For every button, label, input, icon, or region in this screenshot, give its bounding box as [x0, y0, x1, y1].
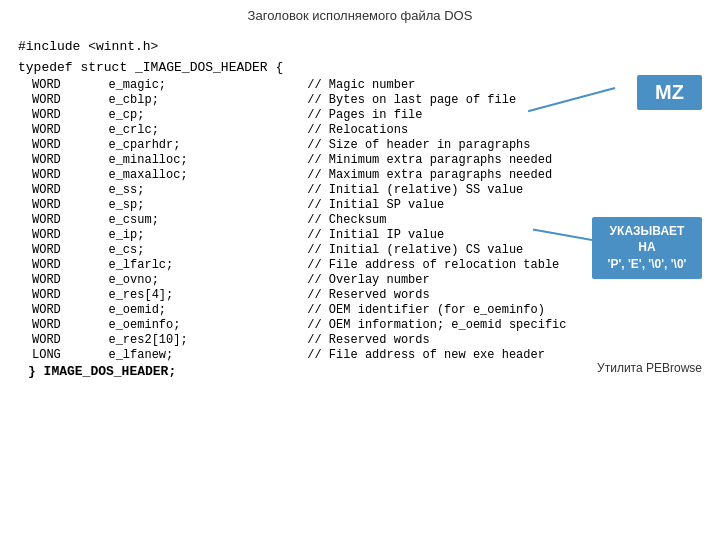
- field-name: e_magic;: [104, 77, 303, 92]
- field-type: WORD: [28, 152, 104, 167]
- content-area: MZ #include <winnt.h> typedef struct _IM…: [0, 29, 720, 389]
- field-name: e_cp;: [104, 107, 303, 122]
- mz-badge: MZ: [637, 75, 702, 110]
- field-name: e_lfarlc;: [104, 257, 303, 272]
- field-type: WORD: [28, 257, 104, 272]
- field-type: WORD: [28, 317, 104, 332]
- field-comment: // OEM identifier (for e_oeminfo): [303, 302, 712, 317]
- table-row: WORDe_maxalloc;// Maximum extra paragrap…: [28, 167, 712, 182]
- field-type: WORD: [28, 302, 104, 317]
- include-line: #include <winnt.h>: [18, 39, 702, 54]
- table-row: LONGe_lfanew;// File address of new exe …: [28, 347, 712, 362]
- table-row: WORDe_cblp;// Bytes on last page of file: [28, 92, 712, 107]
- ukazyvat-line1: УКАЗЫВАЕТ НА: [602, 223, 692, 257]
- field-name: e_res[4];: [104, 287, 303, 302]
- field-comment: // Maximum extra paragraphs needed: [303, 167, 712, 182]
- typedef-start-line: typedef struct _IMAGE_DOS_HEADER {: [18, 60, 702, 75]
- field-name: e_cblp;: [104, 92, 303, 107]
- field-type: WORD: [28, 122, 104, 137]
- table-row: WORDe_oemid;// OEM identifier (for e_oem…: [28, 302, 712, 317]
- table-row: WORDe_minalloc;// Minimum extra paragrap…: [28, 152, 712, 167]
- field-type: WORD: [28, 332, 104, 347]
- field-name: e_ss;: [104, 182, 303, 197]
- field-comment: // Initial (relative) SS value: [303, 182, 712, 197]
- field-comment: // OEM information; e_oemid specific: [303, 317, 712, 332]
- field-type: WORD: [28, 197, 104, 212]
- field-type: WORD: [28, 242, 104, 257]
- field-name: e_ip;: [104, 227, 303, 242]
- field-name: e_oemid;: [104, 302, 303, 317]
- field-type: WORD: [28, 212, 104, 227]
- field-name: e_maxalloc;: [104, 167, 303, 182]
- table-row: WORDe_res[4];// Reserved words: [28, 287, 712, 302]
- field-comment: // Minimum extra paragraphs needed: [303, 152, 712, 167]
- field-type: WORD: [28, 92, 104, 107]
- field-comment: // Reserved words: [303, 332, 712, 347]
- utility-text: Утилита PEBrowse: [597, 361, 702, 375]
- field-type: LONG: [28, 347, 104, 362]
- ukazyvat-badge: УКАЗЫВАЕТ НА 'P', 'E', '\0', '\0': [592, 217, 702, 279]
- field-type: WORD: [28, 272, 104, 287]
- table-row: WORDe_oeminfo;// OEM information; e_oemi…: [28, 317, 712, 332]
- field-type: WORD: [28, 287, 104, 302]
- field-name: e_res2[10];: [104, 332, 303, 347]
- field-comment: // Reserved words: [303, 287, 712, 302]
- field-type: WORD: [28, 227, 104, 242]
- field-type: WORD: [28, 182, 104, 197]
- field-name: e_csum;: [104, 212, 303, 227]
- table-row: WORDe_crlc;// Relocations: [28, 122, 712, 137]
- field-name: e_oeminfo;: [104, 317, 303, 332]
- field-name: e_crlc;: [104, 122, 303, 137]
- field-type: WORD: [28, 137, 104, 152]
- field-type: WORD: [28, 107, 104, 122]
- table-row: WORDe_sp;// Initial SP value: [28, 197, 712, 212]
- field-type: WORD: [28, 167, 104, 182]
- field-type: WORD: [28, 77, 104, 92]
- table-row: WORDe_cparhdr;// Size of header in parag…: [28, 137, 712, 152]
- field-name: e_minalloc;: [104, 152, 303, 167]
- field-name: e_sp;: [104, 197, 303, 212]
- table-row: WORDe_cp;// Pages in file: [28, 107, 712, 122]
- field-name: e_ovno;: [104, 272, 303, 287]
- field-comment: // File address of new exe header: [303, 347, 712, 362]
- field-comment: // Size of header in paragraphs: [303, 137, 712, 152]
- table-row: WORDe_ss;// Initial (relative) SS value: [28, 182, 712, 197]
- table-row: WORDe_res2[10];// Reserved words: [28, 332, 712, 347]
- field-comment: // Initial SP value: [303, 197, 712, 212]
- field-name: e_lfanew;: [104, 347, 303, 362]
- field-name: e_cs;: [104, 242, 303, 257]
- page-title: Заголовок исполняемого файла DOS: [0, 0, 720, 29]
- ukazyvat-line2: 'P', 'E', '\0', '\0': [602, 256, 692, 273]
- field-name: e_cparhdr;: [104, 137, 303, 152]
- field-comment: // Relocations: [303, 122, 712, 137]
